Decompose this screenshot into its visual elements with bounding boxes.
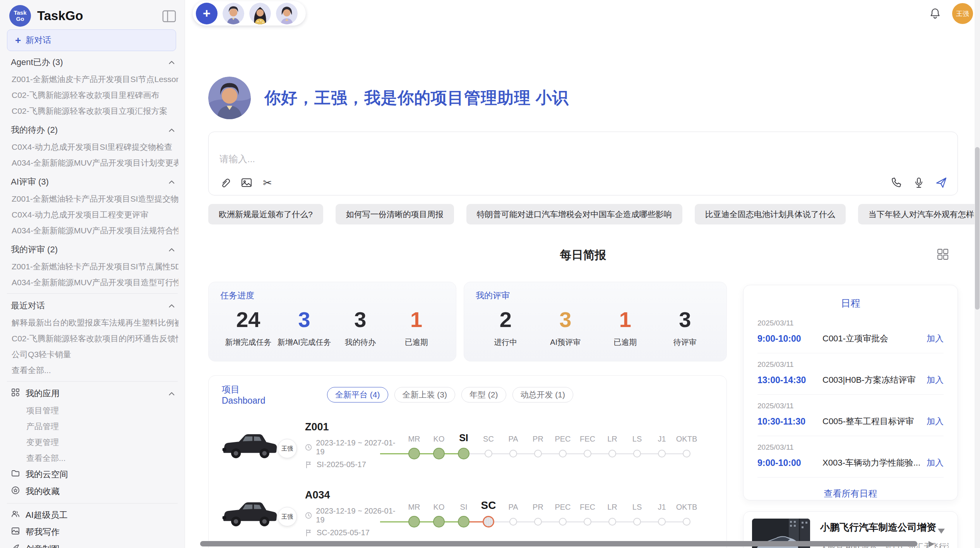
view-all-schedule-link[interactable]: 查看所有日程 <box>757 488 944 500</box>
milestone-dot-pending <box>584 518 591 526</box>
section-title: 我的评审 (2) <box>11 244 58 255</box>
filter-chip-platform[interactable]: 全新平台 (4) <box>327 387 388 402</box>
suggestion-chip[interactable]: 当下年轻人对汽车外观有怎样的喜好趋势 <box>858 204 980 224</box>
sidebar-item[interactable]: A034-全新新能源MUV产品开发项目法规符合性评审 <box>6 223 178 238</box>
suggestion-chip[interactable]: 比亚迪全固态电池计划具体说了什么 <box>695 204 846 224</box>
clock-icon <box>305 444 312 451</box>
milestone-dot-pending <box>509 450 517 457</box>
section-header-my-apps[interactable]: 我的应用 <box>6 385 178 402</box>
suggestion-chip[interactable]: 欧洲新规最近颁布了什么? <box>208 204 323 224</box>
stat-overdue: 1 已逾期 <box>388 305 444 348</box>
suggestion-chip[interactable]: 特朗普可能对进口汽车增税会对中国车企造成哪些影响 <box>466 204 682 224</box>
logo-text-bottom: Go <box>16 16 24 22</box>
sidebar-item[interactable]: C02-飞腾新能源轻客改款项目里程碑画布 <box>6 87 178 103</box>
project-info: A034 2023-12-19 ~ 2026-01-19 SC-2025-05-… <box>305 489 396 537</box>
app-title: TaskGo <box>37 9 83 23</box>
phone-icon[interactable] <box>890 176 903 189</box>
vertical-scrollbar-thumb[interactable] <box>975 147 980 310</box>
sidebar-item[interactable]: Z001-全新燃油皮卡产品开发项目SI节点Lesson Learn报告 <box>6 71 178 87</box>
sidebar-item[interactable]: 公司Q3轻卡销量 <box>6 346 178 362</box>
microphone-icon[interactable] <box>913 176 925 189</box>
new-chat-button[interactable]: + 新对话 <box>7 29 176 51</box>
section-header-recent-chats[interactable]: 最近对话 <box>6 297 178 315</box>
people-icon <box>11 509 20 521</box>
scissors-icon[interactable]: ✂ <box>261 176 274 189</box>
filter-chip-year-model[interactable]: 年型 (2) <box>461 387 506 402</box>
project-flag-milestone: SC-2025-05-17 <box>305 528 396 537</box>
entry-title: C005-整车工程目标评审 <box>822 416 927 427</box>
milestone-dot-pending <box>608 450 616 457</box>
sidebar-item-view-all[interactable]: 查看全部... <box>6 362 178 378</box>
layout-grid-icon[interactable] <box>936 248 949 261</box>
image-icon[interactable] <box>240 176 253 189</box>
sidebar-item-product-mgmt[interactable]: 产品管理 <box>6 418 178 434</box>
milestone-dot-current <box>458 448 469 459</box>
sidebar-item-project-mgmt[interactable]: 项目管理 <box>6 402 178 418</box>
sidebar-item-favorites[interactable]: 我的收藏 <box>6 483 178 500</box>
taskgo-app: Task Go TaskGo + 新对话 Agent已办 (3) Z001-全新… <box>0 0 980 548</box>
filter-chip-upfit[interactable]: 全新上装 (3) <box>394 387 456 402</box>
join-link[interactable]: 加入 <box>927 374 944 386</box>
project-info: Z001 2023-12-19 ~ 2027-01-19 SI-2025-05-… <box>305 421 396 469</box>
send-icon[interactable] <box>935 176 947 189</box>
milestone-dot-done <box>408 516 420 527</box>
project-row-a034[interactable]: 王强 A034 2023-12-19 ~ 2026-01-19 <box>219 484 716 542</box>
milestone-timeline: MR KO SI SC PA PR PEC FEC LR LS J1 <box>402 430 716 461</box>
section-header-agent-done[interactable]: Agent已办 (3) <box>6 53 178 71</box>
milestone-dot-pending <box>633 518 641 526</box>
section-header-ai-review[interactable]: AI评审 (3) <box>6 173 178 191</box>
stat-value: 2 <box>476 305 536 334</box>
plus-icon: + <box>15 34 21 46</box>
suggestion-chip[interactable]: 如何写一份清晰的项目周报 <box>336 204 454 224</box>
sidebar-item[interactable]: Z001-全新燃油轻卡产品开发项目SI节点属性5D文件评审 <box>6 259 178 274</box>
sidebar-item-ai-super-staff[interactable]: AI超级员工 <box>6 507 178 524</box>
card-title: 任务进度 <box>220 290 444 301</box>
chevron-up-icon <box>169 128 175 132</box>
sidebar-item[interactable]: C0X4-动力总成开发项目SI里程碑提交物检查 <box>6 139 178 155</box>
milestone-dot-pending <box>509 518 517 526</box>
chevron-up-icon <box>169 304 175 308</box>
chevron-up-icon <box>169 392 175 396</box>
chat-input[interactable] <box>219 154 839 164</box>
message-composer: ✂ <box>208 132 958 195</box>
sidebar-item[interactable]: A034-全新新能源MUV产品开发项目计划变更表编写 <box>6 155 178 171</box>
sidebar-item-cloud-space[interactable]: 我的云空间 <box>6 466 178 483</box>
horizontal-scrollbar-thumb[interactable] <box>200 541 917 546</box>
sidebar-item-change-mgmt[interactable]: 变更管理 <box>6 434 178 450</box>
stat-label: 我的待办 <box>332 337 389 348</box>
sidebar-item[interactable]: C02-飞腾新能源轻客改款项目的闭环通告反馈情况 <box>6 331 178 346</box>
badge-star-icon <box>11 486 20 497</box>
milestone-dot-done <box>433 516 445 527</box>
sidebar-item-view-all-apps[interactable]: 查看全部... <box>6 450 178 466</box>
project-row-z001[interactable]: 王强 Z001 2023-12-19 ~ 2027-01-19 <box>219 416 716 474</box>
scroll-right-arrow-icon[interactable] <box>929 541 934 547</box>
my-review-card: 我的评审 2 进行中 3 AI预评审 <box>464 282 727 361</box>
milestone-dot-pending <box>633 450 641 457</box>
sidebar-item[interactable]: C02-飞腾新能源轻客改款项目立项汇报方案 <box>6 103 178 119</box>
sidebar-collapse-icon[interactable] <box>162 10 176 22</box>
milestone-dot-pending <box>658 450 666 457</box>
section-header-my-todo[interactable]: 我的待办 (2) <box>6 121 178 139</box>
composer-right-icons <box>890 176 947 189</box>
sidebar-item[interactable]: 解释最新出台的欧盟报废车法规再生塑料比例被调至15%... <box>6 315 178 331</box>
section-header-my-review[interactable]: 我的评审 (2) <box>6 241 178 259</box>
sidebar-item-help-me-write[interactable]: 帮我写作 <box>6 524 178 541</box>
filter-chip-powertrain[interactable]: 动总开发 (1) <box>512 387 574 402</box>
scroll-down-arrow-icon[interactable] <box>938 529 945 534</box>
divider <box>7 293 178 294</box>
sidebar-item-creative-drawing[interactable]: 创意制图 <box>6 541 178 548</box>
stat-value: 3 <box>536 305 596 334</box>
attachment-icon[interactable] <box>219 176 232 189</box>
project-owner-badge: 王强 <box>278 439 297 458</box>
sidebar-item[interactable]: C0X4-动力总成开发项目工程变更评审 <box>6 207 178 223</box>
join-link[interactable]: 加入 <box>927 416 944 427</box>
join-link[interactable]: 加入 <box>927 333 944 344</box>
section-title: AI评审 (3) <box>11 176 49 188</box>
milestone-dot-pending <box>658 518 666 526</box>
vertical-scrollbar-track[interactable] <box>975 0 980 548</box>
sidebar-item[interactable]: Z001-全新燃油轻卡产品开发项目SI造型提交物评审 <box>6 191 178 207</box>
join-link[interactable]: 加入 <box>927 457 944 469</box>
sidebar-item[interactable]: A034-全新新能源MUV产品开发项目造型可行性评审 <box>6 274 178 290</box>
entry-date: 2025/03/11 <box>757 319 944 327</box>
daily-brief-title: 每日简报 <box>560 247 607 263</box>
